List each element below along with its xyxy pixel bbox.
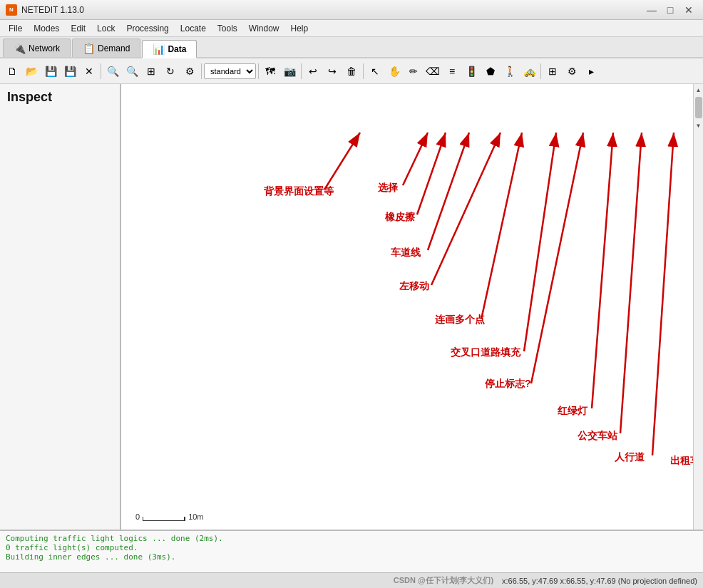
- menu-item-processing[interactable]: Processing: [120, 21, 174, 36]
- tab-demand[interactable]: 📋 Demand: [72, 38, 140, 57]
- save-button[interactable]: 💾: [41, 62, 60, 81]
- svg-line-7: [524, 133, 556, 351]
- coord-display: x:66.55, y:47.69 x:66.55, y:47.69 (No pr…: [502, 577, 697, 585]
- new-button[interactable]: 🗋: [3, 62, 21, 81]
- svg-line-8: [531, 133, 583, 383]
- separator-6: [540, 63, 541, 79]
- console-line-1: Computing traffic light logics ... done …: [6, 534, 697, 543]
- annotation-label-8: 停止标志?: [485, 378, 531, 391]
- eraser-button[interactable]: ⌫: [424, 62, 442, 81]
- annotation-label-2: 选择: [378, 182, 398, 195]
- annotation-label-5: 左移动: [399, 280, 429, 293]
- svg-line-4: [428, 133, 469, 250]
- options-button[interactable]: ⚙: [563, 62, 581, 81]
- menu-item-file[interactable]: File: [3, 21, 28, 36]
- annotation-label-12: 出租车: [670, 455, 693, 468]
- undo-button[interactable]: ↩: [304, 62, 322, 81]
- more-button[interactable]: ▸: [582, 62, 600, 81]
- menu-item-modes[interactable]: Modes: [28, 21, 65, 36]
- move-button[interactable]: ✋: [385, 62, 404, 81]
- lane-button[interactable]: ≡: [443, 62, 461, 81]
- close-button[interactable]: ✕: [680, 4, 697, 16]
- select-button[interactable]: ↖: [366, 62, 384, 81]
- titlebar: N NETEDIT 1.13.0 — □ ✕: [0, 0, 703, 20]
- vertical-scrollbar[interactable]: ▲ ▼: [693, 84, 703, 530]
- canvas-area[interactable]: 背景界面设置等 选择 橡皮擦 车道线 左移动 连画多个点 交叉口道路填充 停止标…: [121, 84, 693, 530]
- network-tab-icon: 🔌: [14, 43, 26, 54]
- svg-line-10: [620, 133, 642, 433]
- annotation-label-6: 连画多个点: [435, 314, 485, 326]
- settings-button[interactable]: ⚙: [180, 62, 199, 81]
- window-controls: — □ ✕: [643, 4, 697, 16]
- tab-demand-label: Demand: [98, 43, 130, 53]
- scroll-up-arrow[interactable]: ▲: [694, 86, 703, 94]
- menu-item-locate[interactable]: Locate: [175, 21, 212, 36]
- close-file-button[interactable]: ✕: [80, 62, 98, 81]
- junction-button[interactable]: ⬟: [481, 62, 500, 81]
- tab-network[interactable]: 🔌 Network: [3, 38, 71, 57]
- scroll-thumb[interactable]: [695, 97, 702, 118]
- traffic-light-button[interactable]: 🚦: [462, 62, 481, 81]
- separator-3: [258, 63, 259, 79]
- menu-item-help[interactable]: Help: [285, 21, 314, 36]
- separator-4: [301, 63, 302, 79]
- separator-5: [363, 63, 364, 79]
- watermark-text: CSDN @任下计划(李大义们): [394, 575, 493, 586]
- minimize-button[interactable]: —: [643, 4, 660, 16]
- app-title: NETEDIT 1.13.0: [21, 5, 643, 15]
- svg-line-5: [431, 133, 501, 285]
- menu-item-lock[interactable]: Lock: [91, 21, 120, 36]
- annotation-label-7: 交叉口道路填充: [451, 346, 520, 359]
- scroll-down-arrow[interactable]: ▼: [694, 121, 703, 130]
- zoom-out-button[interactable]: 🔍: [123, 62, 141, 81]
- zoom-fit-button[interactable]: ⊞: [142, 62, 160, 81]
- zoom-in-button[interactable]: 🔍: [103, 62, 122, 81]
- svg-line-3: [417, 133, 446, 215]
- screenshot-button[interactable]: 📷: [280, 62, 299, 81]
- annotations-svg: [121, 84, 693, 530]
- maximize-button[interactable]: □: [662, 4, 679, 16]
- menubar: FileModesEditLockProcessingLocateToolsWi…: [0, 20, 703, 37]
- tab-data-label: Data: [168, 44, 186, 54]
- scale-bar: 0 10m: [135, 512, 204, 521]
- view-dropdown[interactable]: standard elevated plain: [204, 63, 256, 79]
- redo-button[interactable]: ↪: [323, 62, 342, 81]
- console-log: Computing traffic light logics ... done …: [0, 530, 703, 572]
- tab-network-label: Network: [29, 43, 60, 53]
- annotation-label-9: 红绿灯: [558, 405, 587, 418]
- draw-button[interactable]: ✏: [404, 62, 423, 81]
- scale-half: [143, 517, 185, 520]
- menu-item-tools[interactable]: Tools: [212, 21, 243, 36]
- grid-button[interactable]: ⊞: [543, 62, 562, 81]
- rotate-button[interactable]: ↻: [161, 62, 180, 81]
- annotation-label-3: 橡皮擦: [385, 211, 415, 224]
- tab-data[interactable]: 📊 Data: [142, 40, 197, 58]
- svg-line-11: [652, 133, 674, 455]
- separator-2: [201, 63, 202, 79]
- sidebar: Inspect: [0, 84, 121, 530]
- pedestrian-button[interactable]: 🚶: [501, 62, 519, 81]
- menu-item-window[interactable]: Window: [243, 21, 285, 36]
- map-button[interactable]: 🗺: [261, 62, 279, 81]
- console-line-2: 0 traffic light(s) computed.: [6, 543, 697, 552]
- tabbar: 🔌 Network 📋 Demand 📊 Data: [0, 37, 703, 58]
- scale-zero: 0: [135, 512, 140, 521]
- save-as-button[interactable]: 💾: [61, 62, 79, 81]
- scale-ruler: [143, 517, 185, 521]
- menu-item-edit[interactable]: Edit: [65, 21, 91, 36]
- annotation-label-4: 车道线: [391, 247, 421, 259]
- demand-tab-icon: 📋: [83, 43, 95, 54]
- svg-line-1: [324, 133, 360, 190]
- annotation-label-11: 人行道: [615, 451, 645, 464]
- scale-label: 10m: [188, 512, 203, 521]
- app-icon: N: [6, 4, 17, 16]
- delete-button[interactable]: 🗑: [342, 62, 361, 81]
- annotation-label-1: 背景界面设置等: [264, 185, 334, 198]
- svg-line-2: [403, 133, 428, 185]
- toolbar: 🗋 📂 💾 💾 ✕ 🔍 🔍 ⊞ ↻ ⚙ standard elevated pl…: [0, 58, 703, 84]
- statusbar: CSDN @任下计划(李大义们) x:66.55, y:47.69 x:66.5…: [0, 572, 703, 588]
- taxi-button[interactable]: 🚕: [520, 62, 538, 81]
- open-button[interactable]: 📂: [22, 62, 41, 81]
- annotation-label-10: 公交车站: [578, 430, 617, 443]
- svg-line-6: [481, 133, 522, 319]
